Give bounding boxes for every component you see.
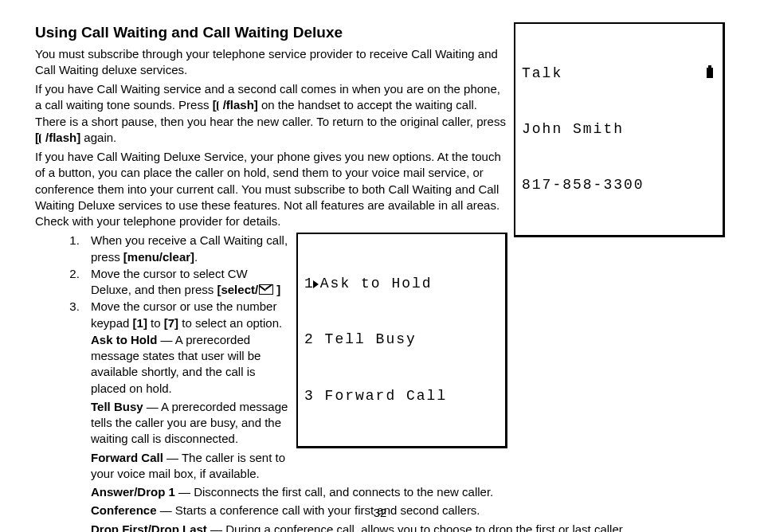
- select-key: [select/ ]: [217, 283, 280, 296]
- lcd-opt-2: 2 Tell Busy: [304, 331, 499, 349]
- lcd-line1: Talk: [522, 65, 562, 81]
- option-forward-call: Forward Call — The caller is sent to you…: [91, 450, 725, 483]
- lcd-line2: John Smith: [522, 120, 716, 139]
- option-drop-first-last: Drop First/Drop Last — During a conferen…: [91, 522, 725, 532]
- envelope-icon: [259, 284, 273, 295]
- battery-icon: [707, 68, 713, 78]
- flash-key: [/flash]: [35, 130, 80, 146]
- lcd-opt-1: 1Ask to Hold: [304, 275, 499, 293]
- page-number: 32: [0, 505, 760, 521]
- cursor-icon: [313, 280, 319, 288]
- lcd-line3: 817-858-3300: [522, 176, 716, 194]
- flash-key: [/flash]: [213, 97, 258, 113]
- option-answer-drop: Answer/Drop 1 — Disconnects the first ca…: [91, 484, 725, 500]
- lcd-opt-3: 3 Forward Call: [304, 387, 499, 405]
- lcd-screen-options: 1Ask to Hold 2 Tell Busy 3 Forward Call: [296, 233, 507, 448]
- lcd-screen-talk: Talk John Smith 817-858-3300: [514, 22, 725, 237]
